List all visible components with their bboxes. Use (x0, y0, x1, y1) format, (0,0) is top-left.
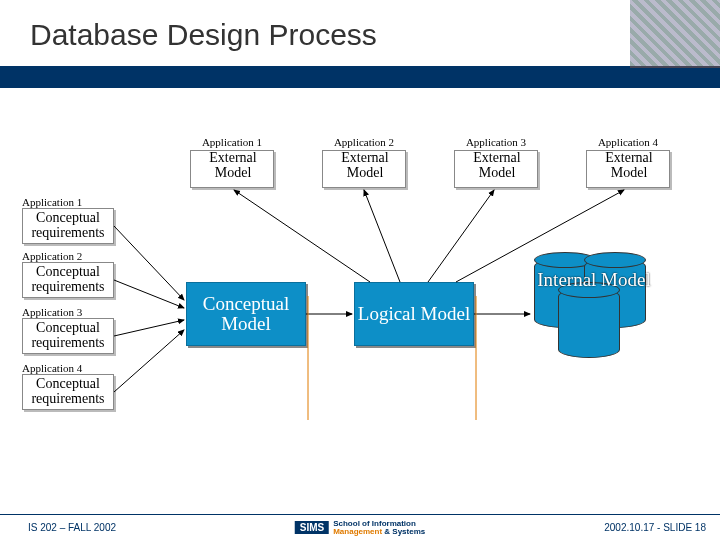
footer-center-logo: SIMS School of Information Management & … (295, 520, 426, 534)
cylinder-icon (558, 288, 620, 358)
requirements-1-box: Conceptual requirements (22, 208, 114, 244)
external-1-app-label: Application 1 (190, 136, 274, 148)
sims-sub-line2b: & Systems (384, 527, 425, 536)
page-title: Database Design Process (30, 18, 377, 52)
svg-line-1 (114, 280, 184, 308)
external-4-line2: Model (587, 165, 671, 181)
external-model-3-box: External Model (454, 150, 538, 188)
internal-model-label: Internal Model (534, 270, 654, 290)
external-1-line2: Model (191, 165, 275, 181)
external-4-line1: External (587, 150, 671, 166)
external-2-line2: Model (323, 165, 407, 181)
logical-model-box: Logical Model (354, 282, 474, 346)
external-3-app-label: Application 3 (454, 136, 538, 148)
requirements-3-line1: Conceptual (23, 321, 113, 336)
external-model-4-box: External Model (586, 150, 670, 188)
sims-sub: School of Information Management & Syste… (333, 520, 425, 534)
requirements-4-app-label: Application 4 (22, 362, 114, 374)
requirements-2-app-label: Application 2 (22, 250, 114, 262)
requirements-2-line2: requirements (23, 280, 113, 295)
svg-line-7 (364, 190, 400, 282)
requirements-1-app-label: Application 1 (22, 196, 114, 208)
slide-footer: IS 202 – FALL 2002 SIMS School of Inform… (0, 514, 720, 540)
footer-right-text: 2002.10.17 - SLIDE 18 (604, 522, 706, 533)
requirements-3-line2: requirements (23, 336, 113, 351)
svg-line-3 (114, 330, 184, 392)
conceptual-model-box: Conceptual Model (186, 282, 306, 346)
requirements-4-line2: requirements (23, 392, 113, 407)
svg-line-6 (234, 190, 370, 282)
external-2-line1: External (323, 150, 407, 166)
internal-model-cylinders: Internal Model (534, 258, 662, 362)
external-model-2-box: External Model (322, 150, 406, 188)
conceptual-model-label: Conceptual Model (187, 294, 305, 334)
external-4-app-label: Application 4 (586, 136, 670, 148)
svg-line-0 (114, 226, 184, 300)
requirements-1-line1: Conceptual (23, 211, 113, 226)
svg-line-2 (114, 320, 184, 336)
requirements-3-box: Conceptual requirements (22, 318, 114, 354)
external-3-line1: External (455, 150, 539, 166)
sims-sub-line2a: Management (333, 527, 382, 536)
sims-logo: SIMS (295, 521, 329, 534)
svg-line-8 (428, 190, 494, 282)
requirements-4-box: Conceptual requirements (22, 374, 114, 410)
external-model-1-box: External Model (190, 150, 274, 188)
external-2-app-label: Application 2 (322, 136, 406, 148)
requirements-1-line2: requirements (23, 226, 113, 241)
title-bar (0, 66, 720, 88)
requirements-2-line1: Conceptual (23, 265, 113, 280)
requirements-2-box: Conceptual requirements (22, 262, 114, 298)
requirements-4-line1: Conceptual (23, 377, 113, 392)
external-3-line2: Model (455, 165, 539, 181)
footer-left-text: IS 202 – FALL 2002 (28, 522, 116, 533)
external-1-line1: External (191, 150, 275, 166)
logical-model-label: Logical Model (358, 304, 470, 324)
requirements-3-app-label: Application 3 (22, 306, 114, 318)
header-decorative-image (630, 0, 720, 68)
